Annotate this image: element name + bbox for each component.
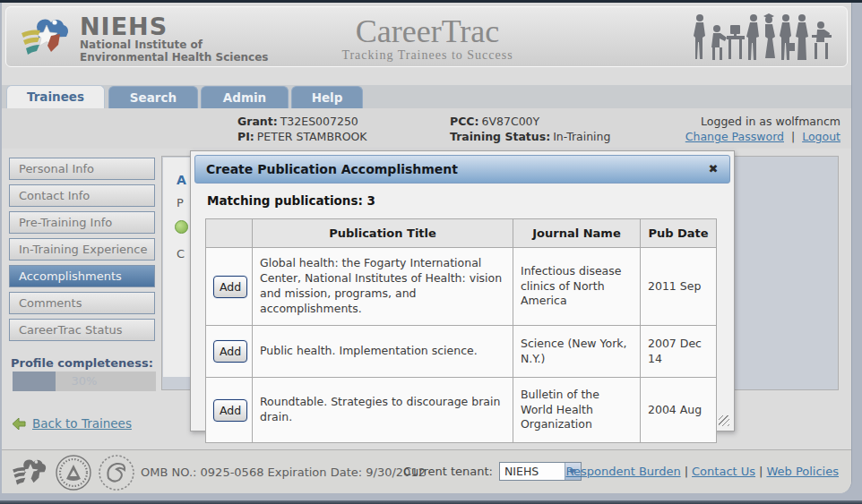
pi-label: PI: xyxy=(237,130,254,143)
trainee-info-bar: Grant:T32ES007250 PI:PETER STAMBROOK PCC… xyxy=(2,108,851,149)
trainees-silhouette-graphic xyxy=(693,11,834,64)
content-green-icon xyxy=(175,220,188,234)
dialog-body: Matching publications: 3 Publication Tit… xyxy=(194,184,730,443)
back-to-trainees[interactable]: Back to Trainees xyxy=(13,416,132,431)
publication-title: Global health: the Fogarty International… xyxy=(253,248,513,326)
change-password-link[interactable]: Change Password xyxy=(685,130,784,143)
niehs-logo-icon xyxy=(19,13,74,63)
page-header: NIEHS National Institute of Environmenta… xyxy=(5,6,848,67)
app-title: CareerTrac xyxy=(302,14,553,48)
journal-name: Science (New York, N.Y.) xyxy=(513,326,641,378)
profile-completeness-label: Profile completeness: xyxy=(11,356,153,370)
tenant-control: Current tenant: NIEHS xyxy=(403,462,582,481)
journal-name: Infectious disease clinics of North Amer… xyxy=(513,248,641,326)
title-column-header: Publication Title xyxy=(253,219,513,248)
niehs-name-line1: National Institute of xyxy=(80,38,269,51)
profile-progress-value: 30% xyxy=(13,372,156,391)
sidebar-item-comments[interactable]: Comments xyxy=(9,292,155,314)
tab-search[interactable]: Search xyxy=(108,86,198,108)
dialog-close-icon[interactable]: ✖ xyxy=(705,161,721,177)
journal-column-header: Journal Name xyxy=(513,219,641,248)
publication-row: Add Global health: the Fogarty Internati… xyxy=(206,248,717,326)
tab-help[interactable]: Help xyxy=(291,86,363,108)
grant-value: T32ES007250 xyxy=(280,115,358,128)
niehs-name-line2: Environmental Health Sciences xyxy=(80,51,269,64)
matching-publications-count: Matching publications: 3 xyxy=(207,193,720,208)
training-status-value: In-Training xyxy=(553,130,610,143)
logout-link[interactable]: Logout xyxy=(802,130,840,143)
profile-progress-bar: 30% xyxy=(13,372,156,391)
create-publication-dialog: Create Publication Accomplishment ✖ Matc… xyxy=(190,150,735,431)
publication-row: Add Public health. Implementation scienc… xyxy=(206,326,717,378)
omb-text: OMB NO.: 0925-0568 Expiration Date: 9/30… xyxy=(141,466,426,479)
add-column-header xyxy=(206,219,253,248)
footer-links: Respondent Burden|Contact Us|Web Policie… xyxy=(566,465,840,478)
dialog-titlebar[interactable]: Create Publication Accomplishment ✖ xyxy=(194,155,730,184)
grant-pi-info: Grant:T32ES007250 PI:PETER STAMBROOK xyxy=(237,114,367,144)
publication-title: Public health. Implementation science. xyxy=(253,326,513,378)
dialog-resize-handle[interactable] xyxy=(719,415,729,426)
niehs-footer-logo-icon xyxy=(11,454,50,491)
add-publication-button[interactable]: Add xyxy=(213,276,247,298)
publication-row: Add Roundtable. Strategies to discourage… xyxy=(206,378,717,443)
nih-seal-icon xyxy=(54,454,93,491)
tab-trainees[interactable]: Trainees xyxy=(6,85,105,108)
back-arrow-icon xyxy=(13,418,26,430)
sidebar-item-careertrac-status[interactable]: CareerTrac Status xyxy=(9,319,155,341)
back-to-trainees-link[interactable]: Back to Trainees xyxy=(32,416,132,431)
journal-name: Bulletin of the World Health Organizatio… xyxy=(513,378,641,443)
pi-value: PETER STAMBROOK xyxy=(257,130,367,143)
tenant-selected-value: NIEHS xyxy=(500,465,539,478)
footer-separator: | xyxy=(759,465,763,478)
pub-date: 2007 Dec 14 xyxy=(641,326,717,378)
session-links-separator: | xyxy=(791,130,795,143)
content-text-fragment-c: C xyxy=(177,247,185,261)
contact-us-link[interactable]: Contact Us xyxy=(692,465,755,478)
app-tagline: Tracking Trainees to Success xyxy=(302,48,553,63)
publications-header-row: Publication Title Journal Name Pub Date xyxy=(206,219,717,248)
dialog-title: Create Publication Accomplishment xyxy=(206,156,458,183)
respondent-burden-link[interactable]: Respondent Burden xyxy=(566,465,681,478)
pcc-label: PCC: xyxy=(450,115,479,128)
page-footer: OMB NO.: 0925-0568 Expiration Date: 9/30… xyxy=(2,449,851,493)
training-status-label: Training Status: xyxy=(450,130,550,143)
pub-date: 2004 Aug xyxy=(641,378,717,443)
pcc-value: 6V87C00Y xyxy=(482,115,540,128)
add-publication-button[interactable]: Add xyxy=(213,399,247,422)
sidebar-item-contact-info[interactable]: Contact Info xyxy=(9,184,155,207)
sidebar-item-accomplishments[interactable]: Accomplishments xyxy=(9,265,155,287)
web-policies-link[interactable]: Web Policies xyxy=(766,465,839,478)
logged-in-text: Logged in as wolfmancm xyxy=(685,114,840,129)
sidebar-item-pre-training-info[interactable]: Pre-Training Info xyxy=(9,211,155,234)
footer-separator: | xyxy=(685,465,688,478)
content-panel-left-strip: A P C xyxy=(163,158,193,377)
content-text-fragment-p: P xyxy=(177,196,184,209)
main-tab-bar: Trainees Search Admin Help xyxy=(2,85,851,108)
session-info: Logged in as wolfmancm Change Password |… xyxy=(685,114,840,144)
careertrac-page: NIEHS National Institute of Environmenta… xyxy=(2,3,852,493)
niehs-wordmark: NIEHS National Institute of Environmenta… xyxy=(80,15,269,64)
tenant-label: Current tenant: xyxy=(403,465,493,478)
content-heading-fragment: A xyxy=(177,173,186,187)
sidebar-item-personal-info[interactable]: Personal Info xyxy=(9,158,155,180)
sidebar-item-in-training-experience[interactable]: In-Training Experience xyxy=(9,238,155,261)
window-bottom-edge xyxy=(0,500,862,504)
pcc-status-info: PCC:6V87C00Y Training Status:In-Training xyxy=(450,114,610,144)
grant-label: Grant: xyxy=(237,115,278,128)
hhs-seal-icon xyxy=(97,454,136,491)
niehs-acronym: NIEHS xyxy=(80,15,269,38)
publication-title: Roundtable. Strategies to discourage bra… xyxy=(253,378,513,443)
date-column-header: Pub Date xyxy=(641,219,717,248)
pub-date: 2011 Sep xyxy=(641,248,717,326)
tab-admin[interactable]: Admin xyxy=(201,86,289,108)
app-title-block: CareerTrac Tracking Trainees to Success xyxy=(302,14,553,63)
publications-table: Publication Title Journal Name Pub Date … xyxy=(205,218,717,443)
add-publication-button[interactable]: Add xyxy=(213,340,247,363)
